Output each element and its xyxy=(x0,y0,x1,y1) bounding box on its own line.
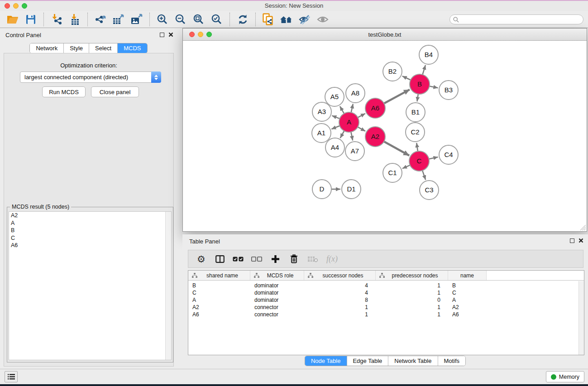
graph-edge-C-C1[interactable] xyxy=(402,165,411,168)
delete-columns-trash-icon[interactable] xyxy=(286,252,302,266)
close-table-panel-icon[interactable] xyxy=(578,238,583,243)
table-row[interactable]: A2connector11A2 xyxy=(188,304,584,311)
float-panel-icon[interactable] xyxy=(160,33,164,37)
zoom-out-icon[interactable] xyxy=(172,12,190,27)
memory-button[interactable]: Memory xyxy=(546,371,584,382)
graph-node-D1[interactable]: D1 xyxy=(342,180,361,199)
graph-edge-B-B3[interactable] xyxy=(429,86,438,88)
graph-node-A4[interactable]: A4 xyxy=(325,138,344,157)
zoom-fit-content-icon[interactable] xyxy=(190,12,208,27)
tab-network-table[interactable]: Network Table xyxy=(388,356,438,366)
search-input[interactable] xyxy=(461,16,583,23)
column-header-predecessor-nodes[interactable]: predecessor nodes xyxy=(376,271,448,280)
table-row[interactable]: Cdominator41C xyxy=(188,289,584,296)
graph-edge-A-A3[interactable] xyxy=(332,116,340,119)
tab-mcds[interactable]: MCDS xyxy=(118,43,147,53)
graph-node-A1[interactable]: A1 xyxy=(312,124,331,143)
tab-motifs[interactable]: Motifs xyxy=(438,356,465,366)
graph-node-A5[interactable]: A5 xyxy=(325,87,344,106)
search-field[interactable] xyxy=(449,14,583,24)
select-all-columns-icon[interactable] xyxy=(230,252,247,266)
graph-edge-A-A2[interactable] xyxy=(357,127,366,131)
graph-node-D[interactable]: D xyxy=(312,180,331,199)
unselect-all-columns-icon[interactable] xyxy=(249,252,265,266)
graph-edge-A-A1[interactable] xyxy=(331,125,340,129)
graph-edge-C-C3[interactable] xyxy=(422,170,426,180)
list-item[interactable]: A6 xyxy=(9,242,171,249)
network-view-window[interactable]: testGlobe.txt AA1A2A3A4A5A6A7A8BB1B2B3B4… xyxy=(182,28,587,232)
graph-edge-B-B4[interactable] xyxy=(422,65,425,76)
export-network-icon[interactable] xyxy=(91,12,110,27)
show-graphics-details-icon[interactable] xyxy=(314,12,332,27)
main-titlebar[interactable]: Session: New Session xyxy=(0,1,588,11)
show-network-overview-icon[interactable] xyxy=(277,12,296,27)
create-new-column-icon[interactable] xyxy=(267,252,284,266)
graph-edge-A-A6[interactable] xyxy=(357,114,365,118)
hide-graphics-details-icon[interactable] xyxy=(296,12,314,27)
graph-node-A8[interactable]: A8 xyxy=(346,84,365,103)
graph-edge-A6-B[interactable] xyxy=(383,90,410,104)
clone-network-icon[interactable] xyxy=(259,12,277,27)
zoom-selected-region-icon[interactable] xyxy=(208,12,226,27)
zoom-in-icon[interactable] xyxy=(153,12,172,27)
export-image-icon[interactable] xyxy=(128,12,146,27)
tab-style[interactable]: Style xyxy=(64,43,89,53)
import-table-icon[interactable] xyxy=(66,12,84,27)
save-session-icon[interactable] xyxy=(22,12,40,27)
graph-node-A3[interactable]: A3 xyxy=(312,102,331,121)
graph-node-B1[interactable]: B1 xyxy=(406,103,425,122)
graph-node-A7[interactable]: A7 xyxy=(345,142,364,161)
tab-network[interactable]: Network xyxy=(30,43,64,53)
graph-node-C2[interactable]: C2 xyxy=(406,123,425,142)
graph-edge-A-A7[interactable] xyxy=(351,131,353,141)
optimization-criterion-select[interactable]: largest connected component (directed) xyxy=(20,71,161,83)
graph-edge-A2-C[interactable] xyxy=(383,141,409,156)
graph-node-B3[interactable]: B3 xyxy=(439,81,458,100)
table-row[interactable]: Bdominator41B xyxy=(188,282,584,289)
list-item[interactable]: C xyxy=(9,234,171,242)
float-table-panel-icon[interactable] xyxy=(570,238,574,243)
window-resize-grip[interactable] xyxy=(580,225,586,231)
column-header-mcds-role[interactable]: MCDS role xyxy=(250,271,304,280)
graph-node-A[interactable]: A xyxy=(339,112,359,132)
export-table-icon[interactable] xyxy=(110,12,128,27)
task-history-button[interactable] xyxy=(5,371,18,382)
graph-node-C1[interactable]: C1 xyxy=(383,163,402,182)
table-row[interactable]: A6connector11A6 xyxy=(188,311,584,318)
graph-node-B2[interactable]: B2 xyxy=(383,62,402,81)
node-table[interactable]: shared name MCDS role successor nodes pr… xyxy=(188,270,584,355)
tab-node-table[interactable]: Node Table xyxy=(305,356,347,366)
column-header-name[interactable]: name xyxy=(448,271,487,280)
graph-edge-C-C4[interactable] xyxy=(428,157,438,159)
mcds-result-list[interactable]: A2ABCA6 xyxy=(9,211,172,360)
column-header-shared-name[interactable]: shared name xyxy=(188,271,250,280)
network-window-titlebar[interactable]: testGlobe.txt xyxy=(183,29,587,41)
graph-node-C3[interactable]: C3 xyxy=(420,181,439,200)
graph-node-C[interactable]: C xyxy=(409,151,429,171)
list-item[interactable]: A xyxy=(9,219,171,227)
table-row[interactable]: Adominator80A xyxy=(188,296,584,304)
graph-edge-A-A4[interactable] xyxy=(340,130,345,138)
graph-edge-B-B2[interactable] xyxy=(402,76,411,80)
show-columns-icon[interactable] xyxy=(211,252,228,266)
list-item[interactable]: B xyxy=(9,227,171,234)
graph-node-A2[interactable]: A2 xyxy=(365,127,385,147)
result-list-scrollbar[interactable] xyxy=(165,212,171,360)
graph-edge-A-A5[interactable] xyxy=(340,106,344,114)
open-session-icon[interactable] xyxy=(4,12,22,27)
graph-edge-A-A8[interactable] xyxy=(351,104,353,113)
tab-select[interactable]: Select xyxy=(89,43,118,53)
column-header-successor-nodes[interactable]: successor nodes xyxy=(304,271,376,280)
graph-node-B[interactable]: B xyxy=(410,74,430,94)
network-canvas[interactable]: AA1A2A3A4A5A6A7A8BB1B2B3B4CC1C2C3C4DD1 xyxy=(183,41,587,231)
table-settings-gear-icon[interactable]: ⚙ xyxy=(193,252,210,266)
table-scrollbar[interactable] xyxy=(578,281,584,355)
close-panel-icon[interactable] xyxy=(168,32,173,37)
import-network-icon[interactable] xyxy=(48,12,66,27)
run-mcds-button[interactable]: Run MCDS xyxy=(42,86,86,97)
close-panel-button[interactable]: Close panel xyxy=(91,86,139,97)
list-item[interactable]: A2 xyxy=(9,212,171,219)
graph-edge-C-C2[interactable] xyxy=(416,143,418,152)
graph-node-B4[interactable]: B4 xyxy=(419,45,438,64)
apply-preferred-layout-icon[interactable] xyxy=(234,12,252,27)
